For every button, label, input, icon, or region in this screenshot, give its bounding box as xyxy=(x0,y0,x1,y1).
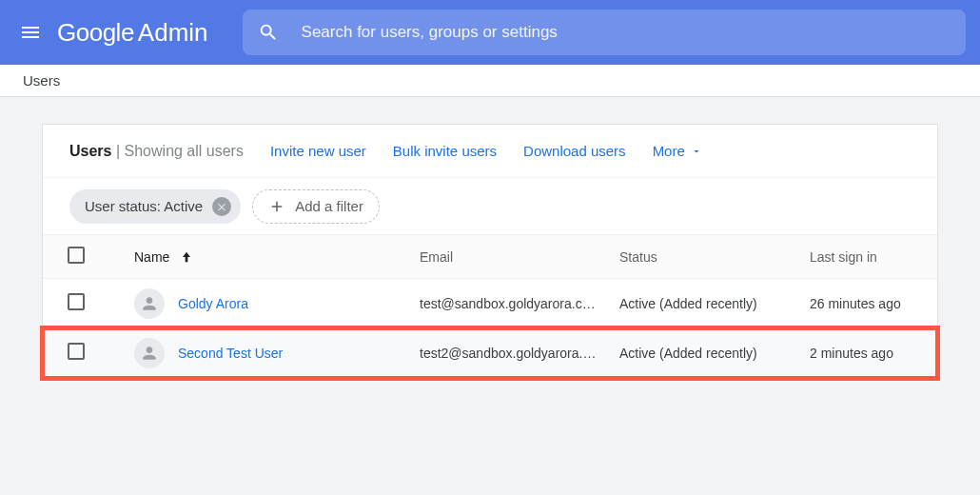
logo-admin: Admin xyxy=(138,18,208,48)
column-header-status[interactable]: Status xyxy=(619,249,810,265)
card-header: Users | Showing all users Invite new use… xyxy=(43,125,937,178)
bulk-invite-users-link[interactable]: Bulk invite users xyxy=(393,143,497,159)
row-checkbox-cell xyxy=(68,343,134,363)
row-email-cell: test@sandbox.goldyarora.c… xyxy=(420,296,619,311)
sort-ascending-icon xyxy=(179,249,194,265)
breadcrumb-bar: Users xyxy=(0,65,980,97)
avatar xyxy=(134,338,165,368)
users-card: Users | Showing all users Invite new use… xyxy=(42,124,938,379)
hamburger-menu-icon[interactable] xyxy=(19,21,42,44)
row-email-cell: test2@sandbox.goldyarora.… xyxy=(420,346,619,361)
row-last-sign-in-cell: 26 minutes ago xyxy=(810,296,962,311)
search-input[interactable] xyxy=(302,23,951,42)
row-name-cell: Goldy Arora xyxy=(134,288,420,319)
more-menu[interactable]: More xyxy=(653,143,702,159)
row-last-sign-in-cell: 2 minutes ago xyxy=(810,346,962,361)
app-logo: Google Admin xyxy=(57,18,208,48)
row-checkbox[interactable] xyxy=(68,343,85,360)
search-icon xyxy=(258,22,279,43)
avatar xyxy=(134,288,165,319)
row-status-cell: Active (Added recently) xyxy=(619,346,810,361)
table-row[interactable]: Second Test Usertest2@sandbox.goldyarora… xyxy=(43,328,937,378)
table-body: Goldy Aroratest@sandbox.goldyarora.c…Act… xyxy=(43,279,937,378)
row-name-cell: Second Test User xyxy=(134,338,420,368)
select-all-checkbox[interactable] xyxy=(68,247,85,264)
remove-filter-icon[interactable] xyxy=(212,197,231,216)
row-checkbox-cell xyxy=(68,293,134,313)
filter-chip-user-status[interactable]: User status: Active xyxy=(69,189,241,224)
logo-google: Google xyxy=(57,18,134,48)
breadcrumb: Users xyxy=(23,72,60,89)
column-name-label: Name xyxy=(134,249,169,265)
column-header-name[interactable]: Name xyxy=(134,249,420,265)
app-header: Google Admin xyxy=(0,0,980,65)
filter-chip-label: User status: Active xyxy=(85,198,203,214)
table-row[interactable]: Goldy Aroratest@sandbox.goldyarora.c…Act… xyxy=(43,279,937,328)
card-subtitle: | Showing all users xyxy=(116,143,244,159)
more-label: More xyxy=(653,143,685,159)
filter-row: User status: Active Add a filter xyxy=(43,178,937,235)
row-checkbox[interactable] xyxy=(68,293,85,310)
card-title: Users xyxy=(69,143,111,159)
search-box[interactable] xyxy=(243,10,966,55)
row-status-cell: Active (Added recently) xyxy=(619,296,810,311)
add-filter-label: Add a filter xyxy=(295,198,363,214)
chevron-down-icon xyxy=(691,146,702,157)
select-all-cell xyxy=(68,247,134,267)
user-name-link[interactable]: Goldy Arora xyxy=(178,296,248,311)
download-users-link[interactable]: Download users xyxy=(523,143,626,159)
content-area: Users | Showing all users Invite new use… xyxy=(0,97,980,417)
table-header-row: Name Email Status Last sign in xyxy=(43,235,937,279)
plus-icon xyxy=(268,198,285,215)
card-title-group: Users | Showing all users xyxy=(69,143,244,160)
invite-new-user-link[interactable]: Invite new user xyxy=(270,143,366,159)
add-filter-button[interactable]: Add a filter xyxy=(252,189,380,224)
user-name-link[interactable]: Second Test User xyxy=(178,346,283,361)
column-header-email[interactable]: Email xyxy=(420,249,619,265)
column-header-last-sign-in[interactable]: Last sign in xyxy=(810,249,962,265)
